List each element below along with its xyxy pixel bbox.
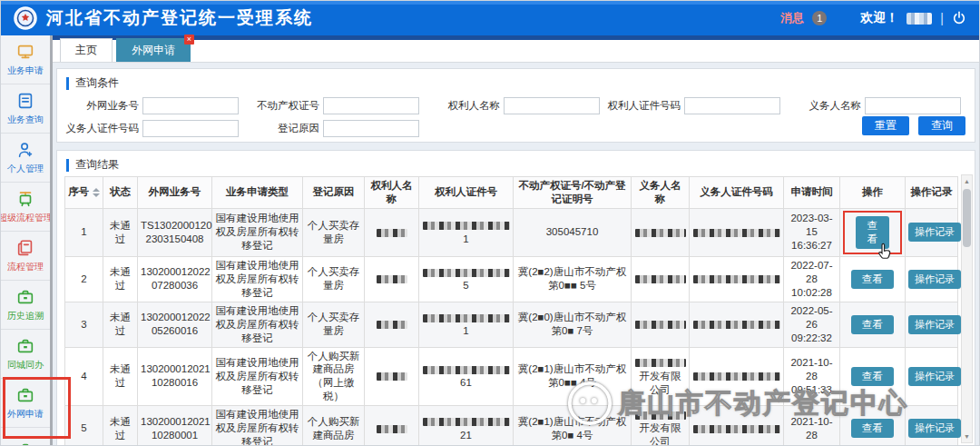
view-button[interactable]: 查看 <box>851 367 894 386</box>
cell-holder-name <box>365 406 419 446</box>
cell-record: 操作记录 <box>906 347 958 406</box>
sidebar-item-超级流程管理[interactable]: 超级流程管理 <box>1 183 50 232</box>
briefcase-icon <box>15 336 35 356</box>
sidebar-item-业务查询[interactable]: 业务查询 <box>1 84 50 134</box>
query-field-group: 不动产权证号 <box>245 97 426 114</box>
briefcase-icon <box>15 385 35 405</box>
table-row: 5未通过13020001202110280001国有建设用地使用权及房屋所有权转… <box>65 406 958 446</box>
operation-record-button[interactable]: 操作记录 <box>908 270 961 289</box>
query-input[interactable] <box>142 97 239 114</box>
operation-record-button[interactable]: 操作记录 <box>908 315 961 334</box>
scroll-down-icon[interactable]: ▼ <box>962 431 972 442</box>
tab-bar: 主页外网申请× <box>53 40 979 63</box>
column-header: 操作记录 <box>906 177 958 209</box>
cell-cert-no: 冀(2■1)唐山市不动产权第0■ 4号 <box>514 406 632 446</box>
page-title: 河北省不动产登记统一受理系统 <box>46 6 313 30</box>
cell-apply-time: 2021-10-2809:51:33 <box>784 347 840 406</box>
redacted-text <box>377 321 407 329</box>
sidebar-item-历史追溯[interactable]: 历史追溯 <box>1 281 50 330</box>
document-icon <box>15 238 35 258</box>
column-header[interactable]: 序号 <box>65 177 103 209</box>
redacted-text <box>377 275 407 283</box>
redacted-text <box>423 222 510 230</box>
messages-link[interactable]: 消息 <box>780 10 804 26</box>
query-input[interactable] <box>684 97 780 114</box>
view-button[interactable]: 查看 <box>851 315 894 334</box>
table-row: 3未通过13020001202205260016国有建设用地使用权及房屋所有权转… <box>65 302 958 347</box>
cell-apply-time: 2023-03-1516:36:27 <box>784 208 840 256</box>
cell-type: 国有建设用地使用权及房屋所有权转移登记 <box>212 302 303 347</box>
reset-button[interactable]: 重置 <box>862 116 909 135</box>
redacted-text <box>423 366 510 374</box>
sidebar-item-label: 同城同办 <box>7 359 44 372</box>
form-icon <box>15 91 35 111</box>
sidebar-item-业务申请[interactable]: 业务申请 <box>1 35 50 84</box>
operation-record-button[interactable]: 操作记录 <box>908 223 961 242</box>
cell-type: 国有建设用地使用权及房屋所有权转移登记 <box>212 347 303 406</box>
scrollbar-thumb[interactable] <box>963 189 971 247</box>
sidebar-item-同城同办[interactable]: 同城同办 <box>1 330 50 379</box>
briefcase-icon <box>15 287 35 307</box>
redacted-text <box>377 372 407 381</box>
query-input[interactable] <box>142 120 239 137</box>
cell-apply-time: 2022-07-2810:02:28 <box>784 256 840 302</box>
cell-biz-no: 13020001202207280036 <box>138 256 212 302</box>
view-button[interactable]: 查看 <box>851 270 894 289</box>
sidebar-item-外网申请[interactable]: 外网申请 <box>1 379 50 428</box>
redacted-text <box>423 418 510 426</box>
sidebar-item-label: 流程管理 <box>7 261 44 273</box>
sidebar-item-个人管理[interactable]: 个人管理 <box>1 134 50 183</box>
redacted-text <box>693 229 780 237</box>
sidebar-item-流程管理[interactable]: 流程管理 <box>1 232 50 281</box>
messages-count-badge[interactable]: 1 <box>812 11 827 25</box>
cell-obligor-name <box>632 302 690 347</box>
search-button[interactable]: 查询 <box>918 116 965 135</box>
cell-holder-id: 1 <box>419 208 514 256</box>
column-header: 状态 <box>103 177 138 209</box>
sort-icon[interactable] <box>93 188 100 197</box>
logout-button[interactable] <box>952 11 966 25</box>
sidebar-item-label: 历史追溯 <box>7 310 44 322</box>
cell-record: 操作记录 <box>906 302 958 347</box>
cell-holder-id: 21 <box>419 406 514 446</box>
query-field-group: 外网业务号 <box>64 97 245 114</box>
tab-主页[interactable]: 主页 <box>60 38 113 62</box>
scroll-up-icon[interactable]: ▲ <box>962 175 972 187</box>
power-icon <box>952 11 966 25</box>
column-header: 权利人名称 <box>365 177 419 209</box>
workflow-icon <box>15 189 35 209</box>
sidebar-item-partial-8[interactable] <box>1 428 50 446</box>
cell-status: 未通过 <box>103 347 138 406</box>
app-window: 河北省不动产登记统一受理系统 消息 1 欢迎！ | 业务申请业务查询个人管理超级… <box>0 0 980 446</box>
view-button[interactable]: 查看 <box>851 419 894 438</box>
tab-外网申请[interactable]: 外网申请× <box>116 38 191 62</box>
cell-type: 国有建设用地使用权及房屋所有权转移登记 <box>212 406 303 446</box>
column-header: 不动产权证号/不动产登记证明号 <box>514 177 632 209</box>
sidebar-item-label: 外网申请 <box>7 408 44 421</box>
tab-close-icon[interactable]: × <box>184 35 194 45</box>
query-input[interactable] <box>323 97 419 114</box>
sidebar: 业务申请业务查询个人管理超级流程管理流程管理历史追溯同城同办外网申请 <box>1 35 53 446</box>
cell-apply-time: 2022-05-2609:22:32 <box>784 302 840 347</box>
query-field-label: 权利人证件号码 <box>606 99 684 113</box>
column-header: 申请时间 <box>784 177 840 209</box>
query-input[interactable] <box>504 97 600 114</box>
content-area: 查询条件 外网业务号不动产权证号权利人名称权利人证件号码义务人名称义务人证件号码… <box>53 63 979 446</box>
column-header: 外网业务号 <box>138 177 212 209</box>
query-input[interactable] <box>865 97 961 114</box>
cell-action: 查看 <box>840 302 906 347</box>
query-input[interactable] <box>323 120 419 137</box>
table-scrollbar[interactable]: ▲ ▼ <box>961 174 973 443</box>
results-panel-title: 查询结果 <box>75 157 119 173</box>
cell-record: 操作记录 <box>906 406 958 446</box>
cell-biz-no: 13020001202205260016 <box>138 302 212 347</box>
operation-record-button[interactable]: 操作记录 <box>908 419 961 438</box>
cell-action: 查看 <box>840 347 906 406</box>
query-field-group: 登记原因 <box>245 120 426 137</box>
cell-type: 国有建设用地使用权及房屋所有权转移登记 <box>212 256 303 302</box>
operation-record-button[interactable]: 操作记录 <box>908 367 961 386</box>
cell-obligor-id <box>690 347 784 406</box>
annotation-view-highlight: 查看 <box>843 211 902 254</box>
cell-cert-no: 305045710 <box>514 208 632 256</box>
cell-cert-no: 冀(2■0)唐山市不动产权第0■ 7号 <box>514 302 632 347</box>
